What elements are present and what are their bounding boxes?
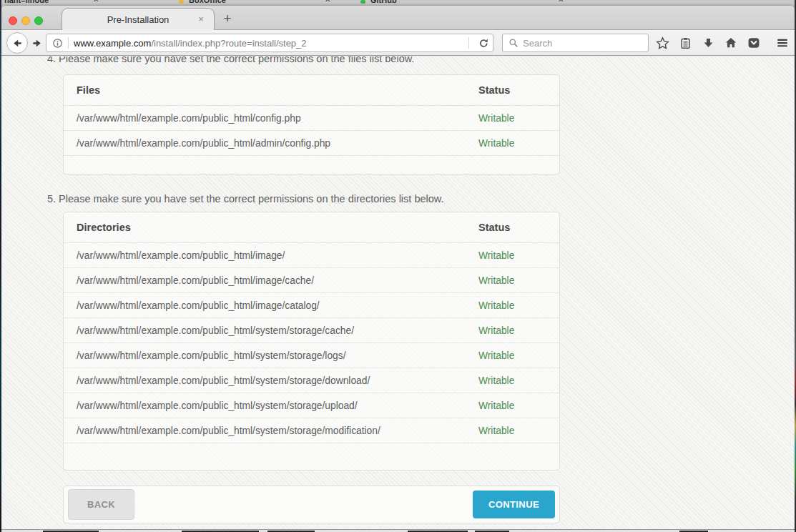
url-divider <box>68 37 69 49</box>
background-tab-label: hant=linode <box>4 0 49 4</box>
boxoffice-favicon <box>179 0 184 4</box>
tab-title: Pre-Installation <box>107 14 169 25</box>
window-minimize-button[interactable] <box>21 16 30 25</box>
url-domain: www.example.com <box>74 38 151 49</box>
status-badge: Writable <box>478 400 546 411</box>
directory-path: /var/www/html/example.com/public_html/sy… <box>77 425 478 436</box>
reading-list-button[interactable] <box>677 35 694 51</box>
table-row: /var/www/html/example.com/public_html/sy… <box>64 318 559 343</box>
actions-panel: BACK CONTINUE <box>63 486 560 523</box>
directory-path: /var/www/html/example.com/public_html/im… <box>77 275 478 286</box>
file-path: /var/www/html/example.com/public_html/co… <box>77 113 478 124</box>
background-tab-label: BoxOffice <box>189 0 226 4</box>
clipboard-icon <box>679 37 692 49</box>
directory-path: /var/www/html/example.com/public_html/sy… <box>77 350 478 361</box>
table-row: /var/www/html/example.com/public_html/im… <box>64 243 559 268</box>
forward-button[interactable] <box>30 37 43 49</box>
directory-path: /var/www/html/example.com/public_html/im… <box>77 250 478 261</box>
directories-column-header: Directories <box>77 222 478 233</box>
bookmark-star-button[interactable] <box>654 35 671 51</box>
status-badge: Writable <box>478 325 546 336</box>
menu-button[interactable] <box>772 35 792 51</box>
files-table-header: Files Status <box>64 75 559 106</box>
window-zoom-button[interactable] <box>34 16 43 25</box>
github-favicon <box>360 0 365 4</box>
hamburger-icon <box>775 36 790 49</box>
directory-path: /var/www/html/example.com/public_html/sy… <box>77 375 478 386</box>
back-button[interactable] <box>6 32 28 54</box>
files-column-header: Files <box>77 84 478 96</box>
tab-bar: Pre-Installation × + <box>1 6 795 30</box>
status-badge: Writable <box>478 113 546 124</box>
navigation-toolbar: www.example.com/install/index.php?route=… <box>1 30 795 56</box>
tab-close-icon[interactable]: × <box>195 14 207 25</box>
download-arrow-icon <box>702 37 714 49</box>
address-text: www.example.com/install/index.php?route=… <box>74 38 463 49</box>
background-window-tabs: hant=linode ✕ BoxOffice ✕ GitHub ✕ <box>1 0 795 6</box>
directories-table-header: Directories Status <box>64 212 559 243</box>
url-path: /install/index.php?route=install/step_2 <box>151 38 306 49</box>
table-row: /var/www/html/example.com/public_html/sy… <box>64 418 559 443</box>
background-tab-close-icon: ✕ <box>558 0 564 4</box>
back-arrow-icon <box>12 38 23 49</box>
table-row: /var/www/html/example.com/public_html/ad… <box>64 131 559 156</box>
star-icon <box>656 36 669 50</box>
status-badge: Writable <box>478 275 546 286</box>
table-row: /var/www/html/example.com/public_html/im… <box>64 268 559 293</box>
url-divider <box>468 37 469 49</box>
back-step-button[interactable]: BACK <box>68 489 134 520</box>
table-row: /var/www/html/example.com/public_html/sy… <box>64 343 559 368</box>
directory-path: /var/www/html/example.com/public_html/sy… <box>77 325 478 336</box>
desktop-edge-left <box>0 0 1 532</box>
home-icon <box>724 36 737 49</box>
table-row: /var/www/html/example.com/public_html/co… <box>64 106 559 131</box>
home-button[interactable] <box>722 35 740 51</box>
screenshot-root: hant=linode ✕ BoxOffice ✕ GitHub ✕ Pre-I… <box>0 0 796 532</box>
status-badge: Writable <box>478 138 546 149</box>
forward-arrow-icon <box>31 38 42 49</box>
page-content: 4. Please make sure you have set the cor… <box>1 56 795 529</box>
files-permissions-panel: Files Status /var/www/html/example.com/p… <box>63 74 560 174</box>
background-window-bottom <box>1 529 795 532</box>
status-badge: Writable <box>478 350 546 361</box>
directories-permissions-panel: Directories Status /var/www/html/example… <box>63 212 560 471</box>
site-info-icon[interactable] <box>52 38 63 49</box>
status-column-header: Status <box>478 84 546 96</box>
files-table-body: /var/www/html/example.com/public_html/co… <box>64 106 559 156</box>
pocket-button[interactable] <box>745 35 762 51</box>
background-tab-label: GitHub <box>370 0 397 4</box>
background-tab-close-icon: ✕ <box>93 0 99 4</box>
continue-button[interactable]: CONTINUE <box>473 491 555 518</box>
reload-button[interactable] <box>474 34 493 51</box>
status-column-header: Status <box>478 222 546 233</box>
status-badge: Writable <box>478 300 546 311</box>
table-row: /var/www/html/example.com/public_html/im… <box>64 293 559 318</box>
file-path: /var/www/html/example.com/public_html/ad… <box>77 138 478 149</box>
browser-window: Pre-Installation × + <box>1 6 795 529</box>
url-bar[interactable]: www.example.com/install/index.php?route=… <box>46 34 493 52</box>
pocket-icon <box>747 36 760 49</box>
window-close-button[interactable] <box>9 16 17 25</box>
step5-instruction: 5. Please make sure you have set the cor… <box>47 193 444 205</box>
downloads-button[interactable] <box>699 35 717 51</box>
directories-table-body: /var/www/html/example.com/public_html/im… <box>64 243 559 443</box>
search-bar[interactable] <box>502 34 649 52</box>
search-input[interactable] <box>523 38 649 49</box>
search-icon <box>508 38 519 48</box>
status-badge: Writable <box>478 425 546 436</box>
new-tab-button[interactable]: + <box>218 9 237 28</box>
background-tab-close-icon: ✕ <box>325 0 330 4</box>
status-badge: Writable <box>478 375 546 386</box>
directory-path: /var/www/html/example.com/public_html/sy… <box>77 400 478 411</box>
reload-icon <box>478 38 489 49</box>
tab-pre-installation[interactable]: Pre-Installation × <box>62 8 215 31</box>
directory-path: /var/www/html/example.com/public_html/im… <box>77 300 478 311</box>
status-badge: Writable <box>478 250 546 261</box>
table-row: /var/www/html/example.com/public_html/sy… <box>64 393 559 418</box>
table-row: /var/www/html/example.com/public_html/sy… <box>64 368 559 393</box>
step4-instruction: 4. Please make sure you have set the cor… <box>47 56 414 64</box>
